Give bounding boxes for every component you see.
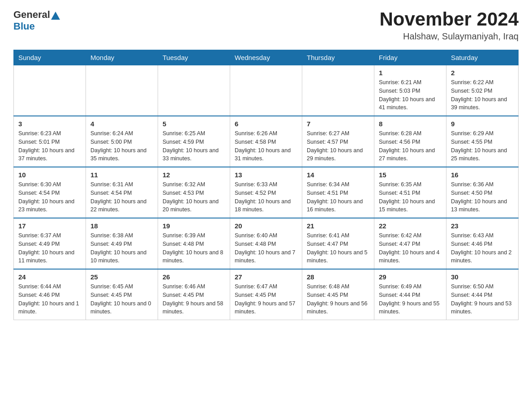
- logo-triangle-icon: [51, 12, 60, 20]
- calendar-cell: 28Sunrise: 6:48 AM Sunset: 4:45 PM Dayli…: [302, 269, 374, 320]
- day-number: 2: [451, 69, 514, 77]
- calendar-cell: 25Sunrise: 6:45 AM Sunset: 4:45 PM Dayli…: [86, 269, 158, 320]
- day-number: 18: [90, 222, 153, 230]
- calendar-week-row: 17Sunrise: 6:37 AM Sunset: 4:49 PM Dayli…: [14, 218, 519, 269]
- calendar-cell: 30Sunrise: 6:50 AM Sunset: 4:44 PM Dayli…: [446, 269, 519, 320]
- day-info: Sunrise: 6:40 AM Sunset: 4:48 PM Dayligh…: [235, 231, 297, 265]
- day-number: 9: [451, 120, 514, 128]
- logo-icon: General: [13, 9, 60, 21]
- day-info: Sunrise: 6:42 AM Sunset: 4:47 PM Dayligh…: [379, 231, 442, 265]
- calendar-table: SundayMondayTuesdayWednesdayThursdayFrid…: [13, 50, 519, 320]
- title-section: November 2024 Halshaw, Sulaymaniyah, Ira…: [379, 9, 519, 42]
- day-info: Sunrise: 6:26 AM Sunset: 4:58 PM Dayligh…: [235, 129, 297, 163]
- calendar-cell: 21Sunrise: 6:41 AM Sunset: 4:47 PM Dayli…: [302, 218, 374, 269]
- calendar-subtitle: Halshaw, Sulaymaniyah, Iraq: [379, 31, 519, 42]
- day-info: Sunrise: 6:23 AM Sunset: 5:01 PM Dayligh…: [18, 129, 81, 163]
- day-number: 22: [379, 222, 442, 230]
- calendar-cell: 17Sunrise: 6:37 AM Sunset: 4:49 PM Dayli…: [14, 218, 86, 269]
- weekday-header-thursday: Thursday: [302, 50, 374, 65]
- calendar-cell: 19Sunrise: 6:39 AM Sunset: 4:48 PM Dayli…: [158, 218, 230, 269]
- logo: General Blue: [13, 9, 60, 32]
- calendar-cell: 8Sunrise: 6:28 AM Sunset: 4:56 PM Daylig…: [374, 116, 446, 167]
- calendar-cell: 13Sunrise: 6:33 AM Sunset: 4:52 PM Dayli…: [230, 167, 302, 218]
- page-header: General Blue November 2024 Halshaw, Sula…: [13, 9, 519, 42]
- calendar-header: SundayMondayTuesdayWednesdayThursdayFrid…: [14, 50, 519, 65]
- day-info: Sunrise: 6:43 AM Sunset: 4:46 PM Dayligh…: [451, 231, 514, 265]
- calendar-cell: 14Sunrise: 6:34 AM Sunset: 4:51 PM Dayli…: [302, 167, 374, 218]
- calendar-title: November 2024: [379, 9, 519, 30]
- calendar-cell: [86, 65, 158, 116]
- day-number: 6: [235, 120, 297, 128]
- day-number: 8: [379, 120, 442, 128]
- calendar-cell: 6Sunrise: 6:26 AM Sunset: 4:58 PM Daylig…: [230, 116, 302, 167]
- day-info: Sunrise: 6:21 AM Sunset: 5:03 PM Dayligh…: [379, 78, 442, 112]
- day-number: 10: [18, 171, 81, 179]
- calendar-week-row: 1Sunrise: 6:21 AM Sunset: 5:03 PM Daylig…: [14, 65, 519, 116]
- calendar-cell: 5Sunrise: 6:25 AM Sunset: 4:59 PM Daylig…: [158, 116, 230, 167]
- calendar-cell: [158, 65, 230, 116]
- weekday-header-monday: Monday: [86, 50, 158, 65]
- day-number: 14: [307, 171, 369, 179]
- calendar-cell: 18Sunrise: 6:38 AM Sunset: 4:49 PM Dayli…: [86, 218, 158, 269]
- calendar-cell: 22Sunrise: 6:42 AM Sunset: 4:47 PM Dayli…: [374, 218, 446, 269]
- day-number: 27: [235, 273, 297, 281]
- day-info: Sunrise: 6:41 AM Sunset: 4:47 PM Dayligh…: [307, 231, 369, 265]
- day-info: Sunrise: 6:29 AM Sunset: 4:55 PM Dayligh…: [451, 129, 514, 163]
- calendar-cell: 1Sunrise: 6:21 AM Sunset: 5:03 PM Daylig…: [374, 65, 446, 116]
- day-info: Sunrise: 6:28 AM Sunset: 4:56 PM Dayligh…: [379, 129, 442, 163]
- weekday-header-sunday: Sunday: [14, 50, 86, 65]
- calendar-cell: 26Sunrise: 6:46 AM Sunset: 4:45 PM Dayli…: [158, 269, 230, 320]
- day-info: Sunrise: 6:22 AM Sunset: 5:02 PM Dayligh…: [451, 78, 514, 112]
- day-info: Sunrise: 6:36 AM Sunset: 4:50 PM Dayligh…: [451, 180, 514, 214]
- calendar-cell: 20Sunrise: 6:40 AM Sunset: 4:48 PM Dayli…: [230, 218, 302, 269]
- weekday-header-tuesday: Tuesday: [158, 50, 230, 65]
- day-info: Sunrise: 6:32 AM Sunset: 4:53 PM Dayligh…: [163, 180, 225, 214]
- day-number: 1: [379, 69, 442, 77]
- day-number: 11: [90, 171, 153, 179]
- calendar-cell: 23Sunrise: 6:43 AM Sunset: 4:46 PM Dayli…: [446, 218, 519, 269]
- calendar-cell: 27Sunrise: 6:47 AM Sunset: 4:45 PM Dayli…: [230, 269, 302, 320]
- day-info: Sunrise: 6:27 AM Sunset: 4:57 PM Dayligh…: [307, 129, 369, 163]
- calendar-cell: 11Sunrise: 6:31 AM Sunset: 4:54 PM Dayli…: [86, 167, 158, 218]
- calendar-cell: 15Sunrise: 6:35 AM Sunset: 4:51 PM Dayli…: [374, 167, 446, 218]
- calendar-week-row: 10Sunrise: 6:30 AM Sunset: 4:54 PM Dayli…: [14, 167, 519, 218]
- day-number: 12: [163, 171, 225, 179]
- weekday-row: SundayMondayTuesdayWednesdayThursdayFrid…: [14, 50, 519, 65]
- day-info: Sunrise: 6:48 AM Sunset: 4:45 PM Dayligh…: [307, 283, 369, 316]
- day-info: Sunrise: 6:50 AM Sunset: 4:44 PM Dayligh…: [451, 283, 514, 316]
- day-number: 7: [307, 120, 369, 128]
- day-number: 19: [163, 222, 225, 230]
- calendar-cell: 3Sunrise: 6:23 AM Sunset: 5:01 PM Daylig…: [14, 116, 86, 167]
- logo-blue-text: Blue: [13, 21, 35, 32]
- calendar-cell: 2Sunrise: 6:22 AM Sunset: 5:02 PM Daylig…: [446, 65, 519, 116]
- day-number: 30: [451, 273, 514, 281]
- day-number: 13: [235, 171, 297, 179]
- day-info: Sunrise: 6:39 AM Sunset: 4:48 PM Dayligh…: [163, 231, 225, 265]
- day-info: Sunrise: 6:30 AM Sunset: 4:54 PM Dayligh…: [18, 180, 81, 214]
- day-number: 5: [163, 120, 225, 128]
- day-number: 20: [235, 222, 297, 230]
- day-info: Sunrise: 6:47 AM Sunset: 4:45 PM Dayligh…: [235, 283, 297, 316]
- calendar-week-row: 24Sunrise: 6:44 AM Sunset: 4:46 PM Dayli…: [14, 269, 519, 320]
- day-info: Sunrise: 6:45 AM Sunset: 4:45 PM Dayligh…: [90, 283, 153, 316]
- calendar-cell: [302, 65, 374, 116]
- day-info: Sunrise: 6:25 AM Sunset: 4:59 PM Dayligh…: [163, 129, 225, 163]
- day-number: 4: [90, 120, 153, 128]
- day-number: 17: [18, 222, 81, 230]
- calendar-cell: 16Sunrise: 6:36 AM Sunset: 4:50 PM Dayli…: [446, 167, 519, 218]
- logo-general-text: General: [13, 9, 50, 21]
- calendar-cell: [230, 65, 302, 116]
- day-info: Sunrise: 6:35 AM Sunset: 4:51 PM Dayligh…: [379, 180, 442, 214]
- day-info: Sunrise: 6:46 AM Sunset: 4:45 PM Dayligh…: [163, 283, 225, 316]
- day-info: Sunrise: 6:38 AM Sunset: 4:49 PM Dayligh…: [90, 231, 153, 265]
- day-number: 24: [18, 273, 81, 281]
- calendar-cell: 12Sunrise: 6:32 AM Sunset: 4:53 PM Dayli…: [158, 167, 230, 218]
- calendar-week-row: 3Sunrise: 6:23 AM Sunset: 5:01 PM Daylig…: [14, 116, 519, 167]
- day-number: 23: [451, 222, 514, 230]
- day-info: Sunrise: 6:33 AM Sunset: 4:52 PM Dayligh…: [235, 180, 297, 214]
- weekday-header-friday: Friday: [374, 50, 446, 65]
- calendar-cell: 4Sunrise: 6:24 AM Sunset: 5:00 PM Daylig…: [86, 116, 158, 167]
- day-number: 3: [18, 120, 81, 128]
- calendar-cell: 29Sunrise: 6:49 AM Sunset: 4:44 PM Dayli…: [374, 269, 446, 320]
- calendar-cell: 24Sunrise: 6:44 AM Sunset: 4:46 PM Dayli…: [14, 269, 86, 320]
